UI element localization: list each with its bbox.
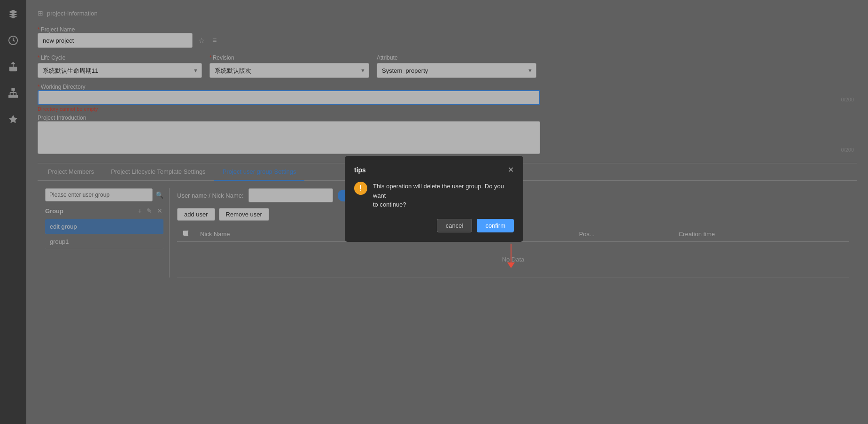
modal-body: ! This operation will delete the user gr… xyxy=(354,182,514,209)
modal-message: This operation will delete the user grou… xyxy=(373,182,514,209)
modal-confirm-button[interactable]: confirm xyxy=(477,219,514,232)
modal-title: tips xyxy=(354,166,366,174)
modal-cancel-button[interactable]: cancel xyxy=(437,219,473,232)
warning-icon: ! xyxy=(354,182,367,195)
modal-dialog: tips ✕ ! This operation will delete the … xyxy=(345,156,523,242)
modal-footer: cancel confirm xyxy=(354,219,514,232)
red-arrow-indicator xyxy=(507,244,515,268)
modal-header: tips ✕ xyxy=(354,165,514,174)
main-content: ⊞ project-information *Project Name ☆ ≡ … xyxy=(26,0,868,424)
modal-overlay: tips ✕ ! This operation will delete the … xyxy=(0,0,868,424)
modal-close-button[interactable]: ✕ xyxy=(508,165,514,174)
